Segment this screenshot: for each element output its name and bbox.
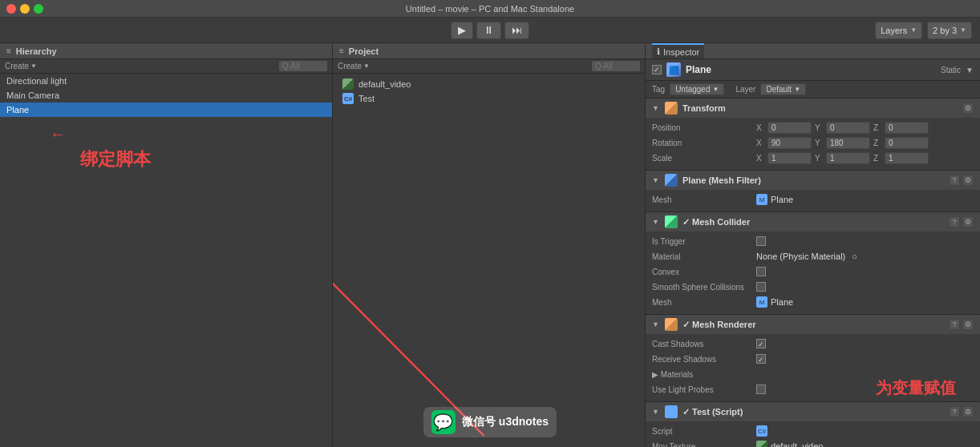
inspector-tab[interactable]: ℹ Inspector	[652, 43, 704, 58]
object-active-checkbox[interactable]	[652, 65, 662, 74]
test-script-icon	[665, 405, 678, 418]
component-buttons: ? ⚙	[949, 406, 974, 417]
component-help-icon[interactable]: ?	[949, 406, 960, 417]
bind-script-annotation: 绑定脚本	[80, 147, 151, 171]
hierarchy-item-directional-light[interactable]: Directional light	[0, 74, 332, 88]
step-button[interactable]: ⏭	[504, 22, 529, 39]
hierarchy-toolbar: Create	[0, 59, 332, 74]
project-header: ≡ Project	[333, 43, 645, 59]
rotation-z-input[interactable]	[885, 137, 929, 149]
hierarchy-item-plane[interactable]: Plane	[0, 103, 332, 117]
is-trigger-checkbox[interactable]	[756, 236, 766, 246]
hierarchy-item-label: Directional light	[6, 76, 67, 86]
play-button[interactable]: ▶	[451, 22, 473, 39]
hierarchy-panel: ≡ Hierarchy Create Directional light Mai…	[0, 43, 333, 447]
script-value: C#	[756, 425, 974, 437]
test-script-body: Script C# Mov Texture default_video	[646, 421, 980, 447]
position-label: Position	[652, 123, 756, 132]
position-value: X Y Z	[756, 122, 974, 134]
project-item-default-video[interactable]: default_video	[333, 77, 645, 91]
arrow-annotation: ←	[50, 125, 66, 143]
position-x-input[interactable]	[767, 122, 812, 134]
hierarchy-item-main-camera[interactable]: Main Camera	[0, 88, 332, 103]
hierarchy-icon: ≡	[6, 46, 11, 55]
script-ref-icon: C#	[756, 425, 767, 437]
component-settings-icon[interactable]: ⚙	[962, 216, 974, 228]
component-settings-icon[interactable]: ⚙	[962, 103, 974, 114]
collider-mesh-icon: M	[756, 296, 767, 308]
tag-value[interactable]: Untagged	[670, 83, 724, 95]
component-help-icon[interactable]: ?	[949, 175, 960, 186]
minimize-button[interactable]	[20, 4, 30, 14]
cast-shadows-checkbox[interactable]	[756, 339, 766, 348]
layer-label: Layer	[735, 85, 755, 94]
mesh-collider-icon	[665, 215, 678, 228]
project-search-input[interactable]	[592, 61, 640, 71]
mesh-renderer-header[interactable]: ▼ ✓ Mesh Renderer ? ⚙	[646, 315, 980, 334]
scale-y-input[interactable]	[826, 152, 870, 164]
position-y-input[interactable]	[826, 122, 870, 134]
pause-button[interactable]: ⏸	[476, 22, 501, 39]
mesh-label: Mesh	[652, 195, 756, 204]
position-z-input[interactable]	[885, 122, 929, 134]
close-button[interactable]	[6, 4, 16, 14]
layer-value[interactable]: Default	[760, 83, 806, 95]
hierarchy-item-label: Plane	[6, 105, 29, 115]
mesh-renderer-icon	[665, 318, 678, 331]
collapse-arrow-icon: ▼	[652, 218, 660, 226]
receive-shadows-checkbox[interactable]	[756, 354, 766, 364]
component-settings-icon[interactable]: ⚙	[962, 406, 974, 417]
object-header: 🟦 Plane Static ▼	[646, 59, 980, 81]
scale-x-input[interactable]	[767, 152, 812, 164]
layout-dropdown[interactable]: 2 by 3	[927, 22, 972, 39]
material-ref-btn[interactable]: ○	[852, 252, 857, 261]
mesh-collider-body: Is Trigger Material None (Physic Materia…	[646, 232, 980, 314]
mesh-ref-icon: M	[756, 194, 767, 205]
hierarchy-search-input[interactable]	[279, 61, 327, 71]
smooth-sphere-checkbox[interactable]	[756, 282, 766, 292]
project-item-test[interactable]: C# Test	[333, 91, 645, 106]
script-icon: C#	[342, 93, 354, 104]
mov-texture-value: default_video	[756, 441, 974, 447]
project-icon: ≡	[339, 46, 344, 55]
hierarchy-header: ≡ Hierarchy	[0, 43, 332, 59]
mesh-filter-body: Mesh M Plane	[646, 190, 980, 211]
inspector-panel: ℹ Inspector 🟦 Plane Static ▼ Tag Untagge…	[646, 43, 980, 447]
maximize-button[interactable]	[34, 4, 43, 14]
mesh-row: Mesh M Plane	[652, 193, 974, 206]
window-controls	[6, 4, 43, 14]
script-label: Script	[652, 427, 756, 436]
rotation-y-input[interactable]	[826, 137, 870, 149]
component-settings-icon[interactable]: ⚙	[962, 319, 974, 330]
collapse-arrow-icon: ▼	[652, 176, 660, 184]
material-row: Material None (Physic Material) ○	[652, 250, 974, 263]
project-create-button[interactable]: Create	[338, 62, 370, 70]
static-dropdown[interactable]: ▼	[966, 66, 974, 74]
rotation-x-input[interactable]	[767, 137, 812, 149]
mesh-filter-name: Plane (Mesh Filter)	[682, 175, 944, 185]
component-help-icon[interactable]: ?	[949, 319, 960, 330]
convex-row: Convex	[652, 265, 974, 278]
test-script-header[interactable]: ▼ ✓ Test (Script) ? ⚙	[646, 402, 980, 421]
main-layout: ≡ Hierarchy Create Directional light Mai…	[0, 43, 980, 447]
inspector-tab-bar: ℹ Inspector	[646, 43, 980, 59]
materials-label: ▶ Materials	[652, 370, 756, 379]
transform-component-header[interactable]: ▼ Transform ⚙	[646, 99, 980, 118]
convex-checkbox[interactable]	[756, 267, 766, 276]
mesh-ref-name: Plane	[771, 195, 793, 204]
toolbar: ▶ ⏸ ⏭ Layers 2 by 3	[0, 18, 980, 43]
toolbar-right: Layers 2 by 3	[529, 22, 972, 39]
receive-shadows-row: Receive Shadows	[652, 352, 974, 365]
scale-z-input[interactable]	[885, 152, 929, 164]
hierarchy-create-button[interactable]: Create	[5, 62, 37, 70]
component-buttons: ? ⚙	[949, 216, 974, 228]
mesh-filter-header[interactable]: ▼ Plane (Mesh Filter) ? ⚙	[646, 171, 980, 190]
mov-texture-label: Mov Texture	[652, 442, 756, 448]
component-settings-icon[interactable]: ⚙	[962, 175, 974, 186]
use-light-probes-checkbox[interactable]	[756, 385, 766, 394]
mesh-collider-header[interactable]: ▼ ✓ Mesh Collider ? ⚙	[646, 212, 980, 232]
rotation-row: Rotation X Y Z	[652, 136, 974, 149]
transform-name: Transform	[682, 103, 958, 113]
layers-dropdown[interactable]: Layers	[875, 22, 922, 39]
component-help-icon[interactable]: ?	[949, 216, 960, 228]
